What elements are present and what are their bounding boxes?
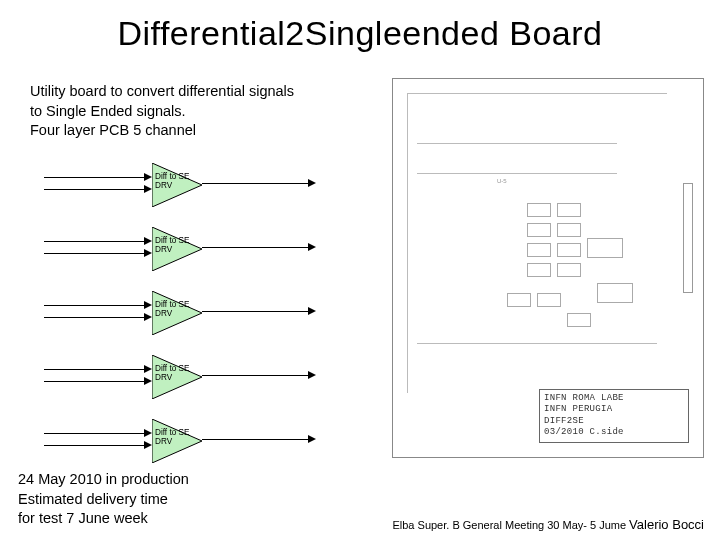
pcb-component: [507, 293, 531, 307]
driver-diagram: Diff to SE DRV Diff to SE DRV: [44, 155, 364, 475]
production-note: 24 May 2010 in production Estimated deli…: [18, 470, 189, 529]
wire: [202, 183, 314, 184]
pcb-component: [587, 238, 623, 258]
pcb-component: [527, 263, 551, 277]
arrow-icon: [308, 307, 316, 315]
description-line: to Single Ended signals.: [30, 102, 294, 122]
driver-label: Diff to SE DRV: [155, 300, 189, 319]
footer-author: Valerio Bocci: [629, 517, 704, 532]
note-line: 24 May 2010 in production: [18, 470, 189, 490]
arrow-icon: [308, 179, 316, 187]
wire: [44, 433, 150, 434]
description-line: Four layer PCB 5 channel: [30, 121, 294, 141]
arrow-icon: [144, 173, 152, 181]
driver-label-line: Diff to SE: [155, 300, 189, 309]
driver-row: Diff to SE DRV: [44, 219, 364, 279]
pcb-connector: [683, 183, 693, 293]
arrow-icon: [308, 435, 316, 443]
wire: [202, 247, 314, 248]
pcb-layout-image: U-5 INFN ROMA LABE INFN PERUGIA DIFF2SE …: [392, 78, 704, 458]
pcb-component: [527, 223, 551, 237]
arrow-icon: [144, 429, 152, 437]
pcb-component: [557, 243, 581, 257]
note-line: for test 7 June week: [18, 509, 189, 529]
driver-label-line: Diff to SE: [155, 364, 189, 373]
driver-label: Diff to SE DRV: [155, 364, 189, 383]
pcb-title-block: INFN ROMA LABE INFN PERUGIA DIFF2SE 03/2…: [539, 389, 689, 443]
slide-title: Differential2Singleended Board: [0, 0, 720, 53]
wire: [44, 317, 150, 318]
pcb-component: [557, 203, 581, 217]
pcb-component: [557, 223, 581, 237]
pcb-trace: [417, 173, 617, 174]
description-line: Utility board to convert differential si…: [30, 82, 294, 102]
pcb-title-line: INFN ROMA LABE: [544, 393, 684, 404]
wire: [202, 311, 314, 312]
wire: [44, 241, 150, 242]
driver-row: Diff to SE DRV: [44, 347, 364, 407]
driver-label-line: DRV: [155, 437, 189, 446]
wire: [44, 177, 150, 178]
driver-label: Diff to SE DRV: [155, 172, 189, 191]
pcb-component: [597, 283, 633, 303]
slide: Differential2Singleended Board Utility b…: [0, 0, 720, 540]
arrow-icon: [144, 441, 152, 449]
wire: [44, 381, 150, 382]
pcb-component: [527, 203, 551, 217]
arrow-icon: [144, 185, 152, 193]
arrow-icon: [144, 365, 152, 373]
driver-label-line: DRV: [155, 373, 189, 382]
arrow-icon: [144, 313, 152, 321]
arrow-icon: [144, 249, 152, 257]
description-block: Utility board to convert differential si…: [30, 82, 294, 141]
driver-row: Diff to SE DRV: [44, 283, 364, 343]
driver-label-line: Diff to SE: [155, 428, 189, 437]
wire: [44, 369, 150, 370]
driver-row: Diff to SE DRV: [44, 411, 364, 471]
wire: [44, 189, 150, 190]
pcb-trace: [407, 93, 408, 393]
pcb-inner: U-5 INFN ROMA LABE INFN PERUGIA DIFF2SE …: [397, 83, 699, 453]
pcb-trace: [417, 343, 657, 344]
arrow-icon: [308, 243, 316, 251]
pcb-title-line: INFN PERUGIA: [544, 404, 684, 415]
wire: [202, 439, 314, 440]
driver-label-line: Diff to SE: [155, 236, 189, 245]
driver-label: Diff to SE DRV: [155, 236, 189, 255]
driver-label: Diff to SE DRV: [155, 428, 189, 447]
arrow-icon: [308, 371, 316, 379]
pcb-component: [567, 313, 591, 327]
driver-label-line: DRV: [155, 181, 189, 190]
pcb-component: [557, 263, 581, 277]
arrow-icon: [144, 237, 152, 245]
footer-meeting: Elba Super. B General Meeting 30 May- 5 …: [392, 519, 629, 531]
pcb-title-line: 03/2010 C.side: [544, 427, 684, 438]
pcb-ref: U-5: [497, 178, 507, 184]
pcb-component: [527, 243, 551, 257]
pcb-trace: [417, 143, 617, 144]
note-line: Estimated delivery time: [18, 490, 189, 510]
pcb-trace: [407, 93, 667, 94]
wire: [44, 305, 150, 306]
pcb-title-line: DIFF2SE: [544, 416, 684, 427]
wire: [44, 253, 150, 254]
driver-row: Diff to SE DRV: [44, 155, 364, 215]
arrow-icon: [144, 301, 152, 309]
wire: [202, 375, 314, 376]
driver-label-line: Diff to SE: [155, 172, 189, 181]
slide-footer: Elba Super. B General Meeting 30 May- 5 …: [392, 517, 704, 532]
driver-label-line: DRV: [155, 309, 189, 318]
driver-label-line: DRV: [155, 245, 189, 254]
wire: [44, 445, 150, 446]
pcb-component: [537, 293, 561, 307]
arrow-icon: [144, 377, 152, 385]
